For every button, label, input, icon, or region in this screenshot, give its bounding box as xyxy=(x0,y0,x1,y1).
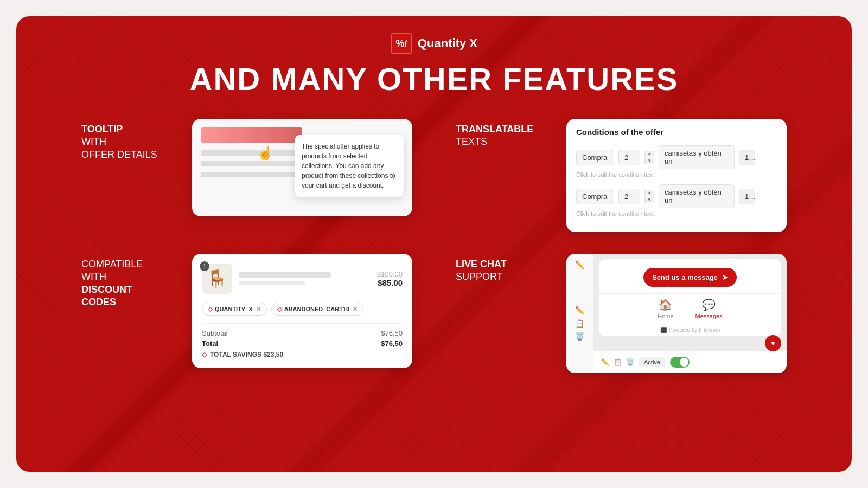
product-name-blur xyxy=(239,272,331,278)
powered-by-label: Powered by Intercom xyxy=(669,327,720,333)
features-grid: TOOLTIP WITHOFFER DETAILS 0,00 0,00 xyxy=(81,119,787,373)
chat-label: LIVE CHAT SUPPORT xyxy=(456,254,553,284)
stepper-up-1[interactable]: ▲ xyxy=(644,151,654,157)
savings-label: TOTAL SAVINGS $23,50 xyxy=(210,351,283,358)
savings-icon: ◇ xyxy=(202,351,207,358)
send-message-button[interactable]: Send us a message ➤ xyxy=(643,268,737,287)
stepper-up-2[interactable]: ▲ xyxy=(644,190,654,196)
tag-icon-1: ◇ xyxy=(208,305,213,313)
tag-quantity-x[interactable]: ◇ QUANTITY_X ✕ xyxy=(202,303,267,316)
chat-action-panel: ✏️ ✏️ 📋 🗑️ xyxy=(566,254,593,373)
tooltip-card: 0,00 0,00 $20,00 The special offer appli… xyxy=(192,119,412,216)
logo-symbol: %/ xyxy=(395,38,407,49)
active-toggle[interactable] xyxy=(670,357,690,368)
feature-translatable: TRANSLATABLE TEXTS Conditions of the off… xyxy=(456,119,787,232)
chat-label-bold: LIVE CHAT xyxy=(456,258,553,271)
feature-tooltip: TOOLTIP WITHOFFER DETAILS 0,00 0,00 xyxy=(81,119,412,232)
chat-card: ✏️ ✏️ 📋 🗑️ Send us a message ➤ xyxy=(566,254,787,373)
cursor-icon: ☝️ xyxy=(257,146,273,161)
edit-icon-mid[interactable]: ✏️ xyxy=(575,306,584,314)
active-badge: Active xyxy=(639,357,666,367)
subtotal-label: Subtotal xyxy=(202,329,228,337)
app-logo-icon: %/ xyxy=(391,33,412,54)
condition-hint-2: Click to edit the condition text xyxy=(576,210,777,217)
bottom-edit-icon[interactable]: ✏️ xyxy=(601,358,609,366)
condition-hint-1: Click to edit the condition text xyxy=(576,171,777,178)
stepper-down-1[interactable]: ▼ xyxy=(644,158,654,164)
discount-tags: ◇ QUANTITY_X ✕ ◇ ABANDONED_CART10 ✕ xyxy=(202,303,403,316)
stepper-down-2[interactable]: ▼ xyxy=(644,197,654,203)
main-container: %/ Quantity X AND MANY OTHER FEATURES TO… xyxy=(16,16,852,472)
condition-stepper-2[interactable]: ▲ ▼ xyxy=(644,190,654,203)
edit-icon-top[interactable]: ✏️ xyxy=(575,260,584,269)
bottom-delete-icon[interactable]: 🗑️ xyxy=(626,358,634,366)
tag-remove-2[interactable]: ✕ xyxy=(353,306,358,313)
subtotal-value: $76,50 xyxy=(381,329,403,337)
chat-nav-messages-label: Messages xyxy=(695,313,723,319)
product-badge: 1 xyxy=(200,261,209,271)
condition-text-1[interactable]: camisetas y obtén un xyxy=(659,145,735,169)
total-label: Total xyxy=(202,339,218,348)
home-icon: 🏠 xyxy=(659,298,672,311)
condition-stepper-1[interactable]: ▲ ▼ xyxy=(644,151,654,164)
discount-label-compatible: COMPATIBLEWITH xyxy=(81,258,179,284)
discount-card: 1 🪑 $100.00 $85.00 ◇ xyxy=(192,254,412,368)
chat-nav-home[interactable]: 🏠 Home xyxy=(658,298,673,319)
tooltip-header-blur xyxy=(201,127,302,143)
feature-chat: LIVE CHAT SUPPORT ✏️ ✏️ 📋 🗑️ Send us a m… xyxy=(456,254,787,373)
condition-word-2[interactable]: Compra xyxy=(576,189,614,204)
original-price: $100.00 xyxy=(377,270,403,278)
totals-section: Subtotal $76,50 Total $76,50 ◇ TOTAL SAV… xyxy=(202,323,403,358)
translatable-label-bold: TRANSLATABLE xyxy=(456,123,553,136)
condition-num-1[interactable]: 2 xyxy=(618,150,640,165)
product-prices: $100.00 $85.00 xyxy=(377,270,403,287)
sale-price: $85.00 xyxy=(377,278,403,287)
chat-navigation: 🏠 Home 💬 Messages xyxy=(599,293,781,324)
tag-icon-2: ◇ xyxy=(277,305,282,313)
content-wrapper: %/ Quantity X AND MANY OTHER FEATURES TO… xyxy=(49,33,819,373)
app-header: %/ Quantity X xyxy=(391,33,477,54)
chat-nav-home-label: Home xyxy=(658,313,673,319)
send-arrow-icon: ➤ xyxy=(722,273,728,281)
chat-main-area: Send us a message ➤ 🏠 Home 💬 xyxy=(593,259,787,336)
translatable-card: Conditions of the offer Compra 2 ▲ ▼ cam… xyxy=(566,119,787,232)
tooltip-label: TOOLTIP WITHOFFER DETAILS xyxy=(81,119,179,161)
intercom-icon: ⬛ xyxy=(660,327,667,333)
copy-icon[interactable]: 📋 xyxy=(575,319,584,328)
translatable-label-normal: TEXTS xyxy=(456,136,553,148)
chevron-down-icon: ▼ xyxy=(769,339,777,348)
condition-end-2[interactable]: 10 xyxy=(739,189,755,204)
condition-row-1: Compra 2 ▲ ▼ camisetas y obtén un 10 xyxy=(576,145,777,169)
condition-row-2: Compra 2 ▲ ▼ camisetas y obtén un 10 xyxy=(576,184,777,208)
main-title: AND MANY OTHER FEATURES xyxy=(190,61,679,97)
chat-nav-messages[interactable]: 💬 Messages xyxy=(695,298,723,319)
tag-remove-1[interactable]: ✕ xyxy=(256,306,261,313)
subtotal-row: Subtotal $76,50 xyxy=(202,329,403,337)
chat-widget: Send us a message ➤ 🏠 Home 💬 xyxy=(599,259,781,336)
discount-label-bold: DISCOUNTCODES xyxy=(81,284,179,309)
delete-icon[interactable]: 🗑️ xyxy=(575,332,584,341)
condition-end-1[interactable]: 10 xyxy=(739,150,755,165)
tooltip-popup: The special offer applies to products fr… xyxy=(295,135,404,197)
condition-word-1[interactable]: Compra xyxy=(576,150,614,165)
translatable-label: TRANSLATABLE TEXTS xyxy=(456,119,553,149)
powered-by: ⬛ Powered by Intercom xyxy=(599,324,781,336)
chat-label-normal: SUPPORT xyxy=(456,271,553,283)
app-name: Quantity X xyxy=(418,36,477,50)
tag-abandoned-cart[interactable]: ◇ ABANDONED_CART10 ✕ xyxy=(271,303,363,316)
chat-down-button[interactable]: ▼ xyxy=(765,335,781,351)
tooltip-label-bold: TOOLTIP xyxy=(81,123,179,136)
condition-num-2[interactable]: 2 xyxy=(618,189,640,204)
condition-text-2[interactable]: camisetas y obtén un xyxy=(659,184,735,208)
discount-label: COMPATIBLEWITH DISCOUNTCODES xyxy=(81,254,179,309)
savings-row: ◇ TOTAL SAVINGS $23,50 xyxy=(202,351,403,358)
conditions-title: Conditions of the offer xyxy=(576,127,777,137)
feature-discount: COMPATIBLEWITH DISCOUNTCODES 1 🪑 $100.00 xyxy=(81,254,412,373)
bottom-copy-icon[interactable]: 📋 xyxy=(614,358,622,366)
messages-icon: 💬 xyxy=(702,298,716,311)
tag-name-2: ABANDONED_CART10 xyxy=(284,306,349,312)
total-row: Total $76,50 xyxy=(202,339,403,348)
tooltip-popup-text: The special offer applies to products fr… xyxy=(302,143,395,189)
total-value: $76,50 xyxy=(381,339,403,348)
product-desc-blur xyxy=(239,281,305,285)
